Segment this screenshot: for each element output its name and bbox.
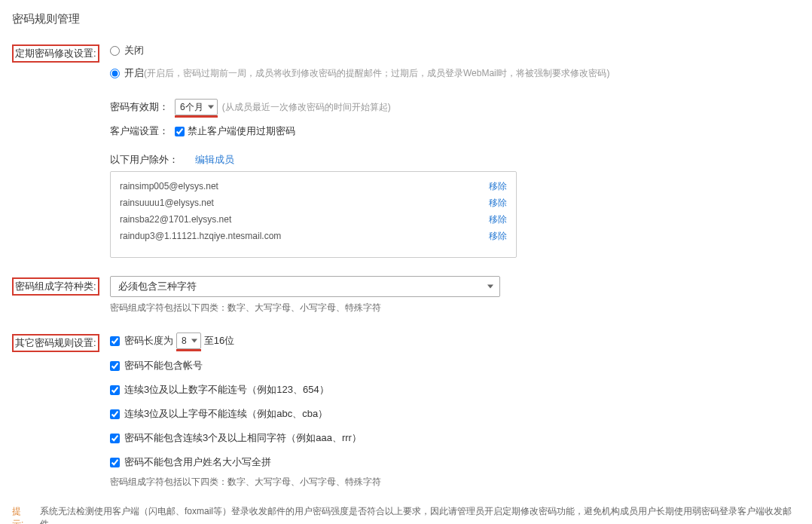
except-label: 以下用户除外： — [110, 154, 179, 165]
expire-label: 密码有效期： — [110, 99, 169, 115]
rule-no-seq-alpha-checkbox[interactable] — [110, 409, 120, 419]
user-email: rainsimp005@elysys.net — [120, 178, 218, 195]
rule-no-seq-num-checkbox[interactable] — [110, 385, 120, 395]
remove-link[interactable]: 移除 — [489, 195, 507, 211]
rule-length-prefix: 密码长度为 — [124, 333, 173, 348]
rule-no-seq-num-label: 连续3位及以上数字不能连号（例如123、654） — [124, 382, 329, 397]
tip-text: 系统无法检测使用客户端（闪电邮、foxmail等）登录收发邮件的用户密码强度是否… — [40, 505, 800, 524]
remove-link[interactable]: 移除 — [489, 228, 507, 244]
chevron-down-icon — [487, 285, 493, 289]
user-email: rainsuuuu1@elysys.net — [120, 195, 214, 211]
periodic-change-label: 定期密码修改设置: — [12, 43, 110, 63]
user-list: rainsimp005@elysys.net 移除 rainsuuuu1@ely… — [110, 171, 517, 258]
rule-no-name-label: 密码不能包含用户姓名大小写全拼 — [124, 455, 271, 470]
char-type-label: 密码组成字符种类: — [12, 276, 110, 296]
rule-no-account-checkbox[interactable] — [110, 361, 120, 371]
edit-members-link[interactable]: 编辑成员 — [195, 154, 234, 165]
min-length-select[interactable]: 8 — [176, 332, 201, 349]
char-type-hint: 密码组成字符包括以下四类：数字、大写字母、小写字母、特殊字符 — [110, 302, 788, 314]
other-rules-label: 其它密码规则设置: — [12, 332, 110, 352]
radio-on-label: 开启 — [124, 66, 144, 81]
expire-note: (从成员最近一次修改密码的时间开始算起) — [222, 99, 391, 115]
rule-no-name-checkbox[interactable] — [110, 458, 120, 467]
user-item: rainsba22@1701.elysys.net 移除 — [120, 211, 507, 228]
chevron-down-icon — [191, 339, 197, 343]
user-item: rainsuuuu1@elysys.net 移除 — [120, 195, 507, 211]
remove-link[interactable]: 移除 — [489, 178, 507, 195]
user-email: raindup3@1.11121.hzqiye.ntesmail.com — [120, 228, 281, 244]
client-checkbox-label: 禁止客户端使用过期密码 — [188, 123, 295, 139]
chevron-down-icon — [208, 106, 214, 109]
user-item: raindup3@1.11121.hzqiye.ntesmail.com 移除 — [120, 228, 507, 244]
rule-length-suffix: 至16位 — [204, 333, 234, 348]
radio-off-label: 关闭 — [124, 43, 144, 58]
rule-no-repeat-label: 密码不能包含连续3个及以上相同字符（例如aaa、rrr） — [124, 431, 362, 446]
rule-no-repeat-checkbox[interactable] — [110, 434, 120, 443]
expire-select[interactable]: 6个月 — [175, 99, 218, 115]
radio-on[interactable] — [110, 69, 120, 78]
rule-length-checkbox[interactable] — [110, 336, 120, 346]
user-item: rainsimp005@elysys.net 移除 — [120, 178, 507, 195]
rule-no-seq-alpha-label: 连续3位及以上字母不能连续（例如abc、cba） — [124, 406, 328, 421]
page-title: 密码规则管理 — [12, 12, 800, 26]
radio-off[interactable] — [110, 46, 120, 56]
rule-no-account-label: 密码不能包含帐号 — [124, 358, 203, 373]
client-checkbox[interactable] — [175, 127, 185, 136]
user-email: rainsba22@1701.elysys.net — [120, 211, 231, 228]
tip-row: 提示: 系统无法检测使用客户端（闪电邮、foxmail等）登录收发邮件的用户密码… — [12, 505, 800, 524]
tip-label: 提示: — [12, 505, 32, 524]
char-type-select[interactable]: 必须包含三种字符 — [110, 276, 500, 297]
remove-link[interactable]: 移除 — [489, 211, 507, 228]
other-rules-hint: 密码组成字符包括以下四类：数字、大写字母、小写字母、特殊字符 — [110, 476, 788, 489]
radio-on-note: (开启后，密码过期前一周，成员将收到修改密码的提醒邮件；过期后，成员登录WebM… — [144, 66, 609, 81]
client-label: 客户端设置： — [110, 123, 169, 139]
